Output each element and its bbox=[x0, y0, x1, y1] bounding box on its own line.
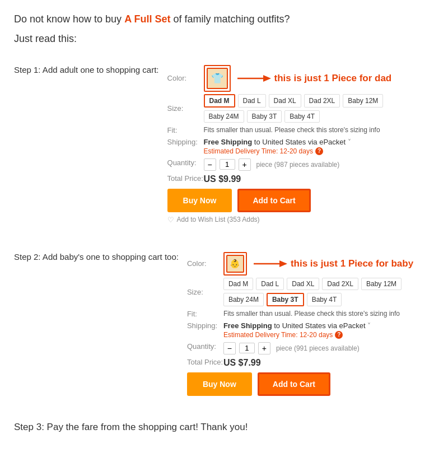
step1-size-baby-3t[interactable]: Baby 3T bbox=[247, 110, 282, 123]
intro-line1: Do not know how to buy A Full Set of fam… bbox=[14, 11, 434, 27]
step3-label: Step 3: Pay the fare from the shopping c… bbox=[14, 422, 434, 433]
step1-size-row: Size: Dad M Dad L Dad XL Dad 2XL Baby 12… bbox=[167, 94, 426, 123]
step2-label: Step 2: Add baby's one to shopping cart … bbox=[14, 246, 179, 262]
step2-total-row: Total Price: US $7.99 bbox=[187, 358, 426, 368]
step1-help-icon[interactable]: ? bbox=[315, 147, 323, 155]
step1-size-baby-12m[interactable]: Baby 12M bbox=[343, 94, 383, 108]
step2-action-buttons: Buy Now Add to Cart bbox=[187, 372, 426, 396]
step1-annotation: this is just 1 Piece for dad bbox=[237, 72, 392, 85]
step1-row: Step 1: Add adult one to shopping cart: … bbox=[14, 59, 434, 230]
step1-shipping-row: Shipping: Free Shipping to United States… bbox=[167, 138, 426, 155]
step1-section: Step 1: Add adult one to shopping cart: … bbox=[14, 59, 434, 230]
step1-fit-row: Fit: Fits smaller than usual. Please che… bbox=[167, 126, 426, 134]
step1-add-to-cart-button[interactable]: Add to Cart bbox=[237, 189, 310, 212]
step1-size-dad-m[interactable]: Dad M bbox=[204, 94, 235, 108]
step2-color-thumb[interactable]: 👶 bbox=[226, 255, 244, 273]
step2-arrow-icon bbox=[254, 258, 287, 270]
step1-qty-input[interactable] bbox=[220, 159, 235, 170]
step2-qty-row: Quantity: − + piece (991 pieces availabl… bbox=[187, 342, 426, 354]
step2-delivery: Estimated Delivery Time: 12-20 days ? bbox=[223, 331, 371, 339]
step2-panel: Color: 👶 this is just 1 Piece for baby S… bbox=[179, 246, 434, 405]
step2-qty-increase[interactable]: + bbox=[258, 342, 270, 354]
step1-panel: Color: 👕 this is just 1 Piece for dad Si… bbox=[159, 59, 434, 230]
step2-color-outlined: 👶 bbox=[223, 252, 247, 276]
step1-total-row: Total Price: US $9.99 bbox=[167, 174, 426, 184]
step2-section: Step 2: Add baby's one to shopping cart … bbox=[14, 246, 434, 405]
step1-color-row: Color: 👕 bbox=[167, 65, 231, 92]
step1-delivery: Estimated Delivery Time: 12-20 days ? bbox=[204, 147, 351, 155]
step2-size-baby-3t[interactable]: Baby 3T bbox=[267, 293, 304, 306]
step2-add-to-cart-button[interactable]: Add to Cart bbox=[258, 372, 330, 396]
step2-size-baby-24m[interactable]: Baby 24M bbox=[223, 293, 264, 306]
step2-size-baby-4t[interactable]: Baby 4T bbox=[307, 293, 342, 306]
step1-qty-decrease[interactable]: − bbox=[204, 158, 216, 171]
step1-size-dad-2xl[interactable]: Dad 2XL bbox=[304, 94, 340, 108]
step1-qty-row: Quantity: − + piece (987 pieces availabl… bbox=[167, 158, 426, 171]
step2-size-dad-2xl[interactable]: Dad 2XL bbox=[322, 278, 358, 290]
step2-size-baby-12m[interactable]: Baby 12M bbox=[361, 278, 402, 290]
step2-color-row: Color: 👶 bbox=[187, 252, 247, 276]
step2-shipping-row: Shipping: Free Shipping to United States… bbox=[187, 321, 426, 339]
step2-help-icon[interactable]: ? bbox=[335, 331, 343, 339]
step1-color-annotation-row: Color: 👕 this is just 1 Piece for dad bbox=[167, 65, 426, 92]
step1-color-thumb[interactable]: 👕 bbox=[207, 68, 228, 89]
step2-size-row: Size: Dad M Dad L Dad XL Dad 2XL Baby 12… bbox=[187, 278, 426, 306]
step1-wishlist-row[interactable]: ♡ Add to Wish List (353 Adds) bbox=[167, 216, 426, 224]
step1-qty-increase[interactable]: + bbox=[239, 158, 251, 171]
heart-icon: ♡ bbox=[167, 216, 174, 224]
svg-marker-1 bbox=[263, 75, 271, 82]
step2-row: Step 2: Add baby's one to shopping cart … bbox=[14, 246, 434, 405]
step2-color-annotation-row: Color: 👶 this is just 1 Piece for baby bbox=[187, 252, 426, 276]
step1-color-outlined: 👕 bbox=[204, 65, 231, 92]
step2-qty-input[interactable] bbox=[239, 343, 255, 353]
step2-size-dad-l[interactable]: Dad L bbox=[256, 278, 284, 290]
step1-size-dad-xl[interactable]: Dad XL bbox=[269, 94, 301, 108]
step1-size-buttons: Dad M Dad L Dad XL Dad 2XL Baby 12M Baby… bbox=[204, 94, 426, 123]
step1-size-baby-4t[interactable]: Baby 4T bbox=[284, 110, 320, 123]
step2-size-dad-xl[interactable]: Dad XL bbox=[287, 278, 319, 290]
step1-size-baby-24m[interactable]: Baby 24M bbox=[204, 110, 244, 123]
step1-arrow-icon bbox=[237, 72, 271, 85]
step2-annotation: this is just 1 Piece for baby bbox=[254, 258, 413, 270]
step2-size-buttons: Dad M Dad L Dad XL Dad 2XL Baby 12M Baby… bbox=[223, 278, 426, 306]
intro-line2: Just read this: bbox=[14, 31, 434, 47]
step1-label: Step 1: Add adult one to shopping cart: bbox=[14, 59, 159, 74]
step2-buy-now-button[interactable]: Buy Now bbox=[187, 372, 252, 396]
step2-fit-row: Fit: Fits smaller than usual. Please che… bbox=[187, 310, 426, 318]
step2-qty-decrease[interactable]: − bbox=[223, 342, 236, 354]
step1-size-dad-l[interactable]: Dad L bbox=[238, 94, 266, 108]
step1-action-buttons: Buy Now Add to Cart bbox=[167, 189, 426, 212]
step2-size-dad-m[interactable]: Dad M bbox=[223, 278, 253, 290]
step1-buy-now-button[interactable]: Buy Now bbox=[167, 189, 232, 212]
svg-marker-3 bbox=[279, 260, 287, 267]
